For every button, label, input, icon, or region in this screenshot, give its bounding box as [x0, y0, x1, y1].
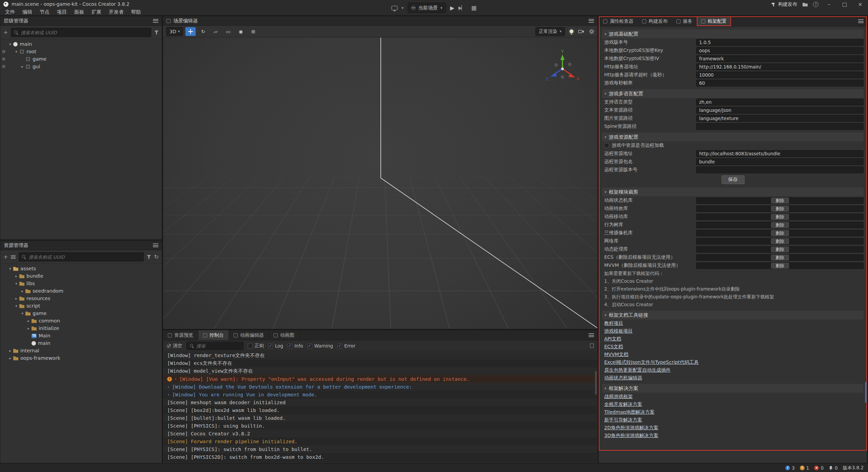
- delete-module-button[interactable]: 删除: [771, 206, 789, 212]
- filter-icon[interactable]: [147, 255, 151, 259]
- section-doc-links[interactable]: 框架文档工具链接: [602, 311, 864, 319]
- asset-node[interactable]: resources: [0, 295, 162, 302]
- log-row[interactable]: ! › [Scene] Cocos Creator v3.8.2: [163, 430, 597, 437]
- section-solutions[interactable]: 框架解决方案: [602, 384, 864, 393]
- chevron-down-icon[interactable]: ▾: [402, 6, 404, 10]
- expand-chevron-icon[interactable]: ›: [174, 376, 177, 381]
- info-counter[interactable]: i 3: [785, 465, 795, 471]
- asset-node[interactable]: oops-framework: [0, 354, 162, 362]
- open-project-folder-icon[interactable]: [803, 2, 808, 6]
- asset-node[interactable]: seedrandom: [0, 287, 162, 295]
- rotate-tool-button[interactable]: ↻: [198, 27, 208, 36]
- log-row[interactable]: ! › [Window] You are running Vue in deve…: [163, 391, 597, 398]
- menu-item[interactable]: 帮助: [127, 9, 145, 15]
- solution-link[interactable]: 全栈开发解决方案: [604, 401, 642, 408]
- solution-link[interactable]: Tiledmap地图解决方案: [604, 409, 655, 415]
- expand-arrow-icon[interactable]: [8, 42, 13, 46]
- preview-device-icon[interactable]: [392, 6, 398, 10]
- maximize-button[interactable]: □: [840, 1, 850, 7]
- menu-item[interactable]: 面板: [71, 9, 88, 15]
- snap-toggle-button[interactable]: ⊞: [248, 27, 258, 36]
- delete-module-button[interactable]: 删除: [771, 198, 789, 203]
- doc-link[interactable]: 原生包热更新配置自动生成插件: [604, 367, 671, 373]
- expand-arrow-icon[interactable]: [20, 64, 25, 69]
- regex-checkbox[interactable]: 正则: [248, 343, 264, 349]
- field-input[interactable]: [696, 63, 864, 70]
- build-publish-button[interactable]: 构建发布: [771, 1, 797, 7]
- panel-menu-icon[interactable]: [589, 333, 594, 337]
- minimize-button[interactable]: –: [824, 1, 834, 7]
- panel-menu-icon[interactable]: [153, 243, 158, 247]
- log-filter-checkbox[interactable]: Warning: [308, 343, 333, 349]
- hierarchy-node[interactable]: game: [0, 55, 162, 63]
- expand-chevron-icon[interactable]: ›: [167, 384, 170, 389]
- checkbox[interactable]: [268, 343, 273, 348]
- log-row[interactable]: ! › [Window] ecs文件夹不存在: [163, 359, 597, 367]
- section-module-trim[interactable]: 框架模块裁剪: [602, 188, 864, 196]
- field-input[interactable]: [696, 99, 864, 105]
- asset-node[interactable]: assets: [0, 265, 162, 272]
- log-filter-checkbox[interactable]: Error: [337, 343, 355, 349]
- lock-icon[interactable]: [2, 65, 5, 68]
- section-language-config[interactable]: 游戏多语言配置: [602, 89, 864, 98]
- panel-menu-icon[interactable]: [858, 19, 864, 23]
- inspector-tab[interactable]: 属性检查器: [599, 16, 638, 26]
- log-options-icon[interactable]: [590, 343, 594, 348]
- doc-link[interactable]: 教程项目: [604, 320, 623, 327]
- asset-node[interactable]: game: [0, 310, 162, 317]
- section-basic-config[interactable]: 游戏基础配置: [602, 29, 864, 38]
- log-row[interactable]: ! › [Scene] [box2d]:box2d wasm lib loade…: [163, 406, 597, 414]
- warning-counter[interactable]: ! 1: [800, 465, 809, 471]
- solution-link[interactable]: 2D角色扮演游戏解决方案: [604, 425, 658, 431]
- field-input[interactable]: [696, 115, 864, 122]
- log-row[interactable]: ! › [Window] [Vue warn]: Property "onInp…: [163, 375, 597, 383]
- expand-chevron-icon[interactable]: ›: [167, 392, 170, 397]
- field-input[interactable]: [696, 39, 864, 46]
- hierarchy-searchbox[interactable]: [11, 28, 151, 37]
- delete-module-button[interactable]: 删除: [771, 255, 789, 260]
- inspector-tab[interactable]: 构建发布: [638, 16, 672, 26]
- remote-load-checkbox[interactable]: [604, 143, 609, 148]
- checkbox[interactable]: [248, 343, 253, 348]
- step-button[interactable]: ▶▏: [458, 5, 465, 11]
- log-row[interactable]: ! › [Scene] [PHYSICS]: using builtin.: [163, 422, 597, 430]
- section-resource-config[interactable]: 游戏资源配置: [602, 133, 864, 141]
- view-gizmo[interactable]: Y X Z: [543, 50, 581, 88]
- close-button[interactable]: ×: [855, 1, 865, 7]
- menu-item[interactable]: 编辑: [19, 9, 36, 15]
- menu-item[interactable]: 扩展: [88, 9, 105, 15]
- expand-arrow-icon[interactable]: [8, 356, 13, 360]
- expand-arrow-icon[interactable]: [14, 274, 19, 278]
- layout-grid-icon[interactable]: ▦: [471, 4, 476, 11]
- delete-module-button[interactable]: 删除: [771, 222, 789, 228]
- hierarchy-node[interactable]: main: [0, 40, 162, 48]
- log-filter-checkbox[interactable]: Log: [268, 343, 283, 349]
- scene-select[interactable]: 当前场景 ▾: [408, 3, 446, 13]
- console-search-input[interactable]: [196, 343, 240, 349]
- panel-menu-icon[interactable]: [153, 19, 158, 23]
- log-row[interactable]: ! › [Scene] [PHYSICS2D]: switch from box…: [163, 453, 597, 461]
- expand-arrow-icon[interactable]: [14, 281, 19, 286]
- field-input[interactable]: [696, 80, 864, 86]
- expand-arrow-icon[interactable]: [26, 319, 31, 323]
- menu-item[interactable]: 项目: [53, 9, 71, 15]
- filter-icon[interactable]: [154, 31, 159, 35]
- hierarchy-node[interactable]: gui: [0, 63, 162, 70]
- lock-icon[interactable]: [2, 58, 5, 60]
- save-button[interactable]: 保存: [722, 175, 745, 184]
- console-scrollbar[interactable]: [595, 371, 597, 395]
- field-input[interactable]: [696, 158, 864, 165]
- rect-tool-button[interactable]: ▭: [223, 27, 233, 36]
- delete-module-button[interactable]: 删除: [771, 214, 789, 220]
- asset-node[interactable]: internal: [0, 347, 162, 354]
- camera-gizmo-icon[interactable]: [578, 29, 584, 34]
- field-input[interactable]: [696, 166, 864, 173]
- hierarchy-node[interactable]: root: [0, 48, 162, 55]
- console-tab[interactable]: 控制台: [198, 330, 229, 340]
- doc-link[interactable]: API文档: [604, 336, 621, 342]
- inspector-scrollbar[interactable]: [865, 382, 867, 403]
- checkbox[interactable]: [337, 343, 342, 348]
- asset-node[interactable]: main: [0, 339, 162, 347]
- log-filter-checkbox[interactable]: Info: [288, 343, 303, 349]
- assets-search-input[interactable]: [28, 254, 140, 260]
